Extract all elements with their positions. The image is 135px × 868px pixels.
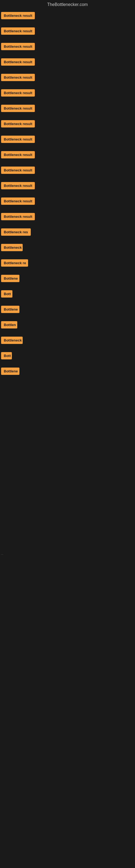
bottleneck-label[interactable]: Bottleneck result bbox=[1, 58, 35, 66]
bottleneck-label[interactable]: Bottleneck re bbox=[1, 259, 28, 267]
bottleneck-label[interactable]: Bottleneck result bbox=[1, 105, 35, 112]
bottleneck-label[interactable]: Bott bbox=[1, 352, 12, 360]
bottleneck-label[interactable]: Bottleneck result bbox=[1, 151, 35, 158]
bottleneck-label[interactable]: Bottleneck result bbox=[1, 213, 35, 220]
bottleneck-item: Bottleneck re bbox=[1, 258, 134, 273]
bottleneck-label[interactable]: Bottleneck bbox=[1, 337, 23, 344]
bottleneck-item: Bottleneck result bbox=[1, 134, 134, 150]
bottleneck-label[interactable]: Bottlen bbox=[1, 321, 17, 329]
bottleneck-item: Bottleneck result bbox=[1, 211, 134, 227]
bottleneck-item: Bottleneck result bbox=[1, 26, 134, 41]
bottleneck-label[interactable]: Bottleneck res bbox=[1, 228, 31, 236]
bottleneck-item: Bott bbox=[1, 350, 134, 366]
bottleneck-item: Bottleneck result bbox=[1, 165, 134, 180]
bottleneck-label[interactable]: Bottleneck result bbox=[1, 120, 35, 127]
bottleneck-item: Bottleneck result bbox=[1, 72, 134, 88]
bottleneck-item: Bott bbox=[1, 289, 134, 304]
bottleneck-label[interactable]: Bottlene bbox=[1, 306, 19, 313]
bottleneck-item: Bottlene bbox=[1, 304, 134, 319]
bottleneck-item: Bottleneck res bbox=[1, 227, 134, 242]
items-container: Bottleneck resultBottleneck resultBottle… bbox=[0, 10, 135, 381]
bottleneck-label[interactable]: Bottleneck result bbox=[1, 89, 35, 97]
bottleneck-item: Bottlene bbox=[1, 366, 134, 381]
bottleneck-label[interactable]: Bott bbox=[1, 290, 12, 298]
bottleneck-label[interactable]: Bottleneck result bbox=[1, 182, 35, 189]
bottleneck-label[interactable]: Bottleneck result bbox=[1, 135, 35, 143]
bottleneck-label[interactable]: Bottleneck result bbox=[1, 43, 35, 50]
bottleneck-label[interactable]: Bottleneck result bbox=[1, 166, 35, 174]
bottleneck-item: Bottleneck bbox=[1, 242, 134, 258]
bottleneck-item: Bottlen bbox=[1, 319, 134, 335]
bottleneck-item: Bottleneck result bbox=[1, 103, 134, 119]
bottleneck-label[interactable]: Bottlene bbox=[1, 275, 19, 282]
bottleneck-label[interactable]: Bottleneck result bbox=[1, 27, 35, 35]
bottleneck-item: Bottleneck result bbox=[1, 10, 134, 26]
site-title: TheBottlenecker.com bbox=[0, 0, 135, 10]
bottleneck-item: Bottleneck result bbox=[1, 88, 134, 103]
bottleneck-item: Bottlene bbox=[1, 273, 134, 289]
page-wrapper: TheBottlenecker.com Bottleneck resultBot… bbox=[0, 0, 135, 721]
bottleneck-label[interactable]: Bottleneck bbox=[1, 244, 23, 251]
bottom-section: ... bbox=[0, 387, 135, 721]
bottleneck-label[interactable]: Bottleneck result bbox=[1, 197, 35, 205]
bottleneck-item: Bottleneck result bbox=[1, 180, 134, 196]
bottleneck-item: Bottleneck bbox=[1, 335, 134, 350]
bottleneck-item: Bottleneck result bbox=[1, 57, 134, 72]
bottleneck-item: Bottleneck result bbox=[1, 119, 134, 134]
bottleneck-label[interactable]: Bottlene bbox=[1, 368, 19, 375]
bottleneck-item: Bottleneck result bbox=[1, 41, 134, 57]
bottleneck-item: Bottleneck result bbox=[1, 150, 134, 165]
bottleneck-label[interactable]: Bottleneck result bbox=[1, 12, 35, 19]
bottleneck-label[interactable]: Bottleneck result bbox=[1, 74, 35, 81]
bottleneck-item: Bottleneck result bbox=[1, 196, 134, 211]
footer-text: ... bbox=[0, 550, 135, 558]
